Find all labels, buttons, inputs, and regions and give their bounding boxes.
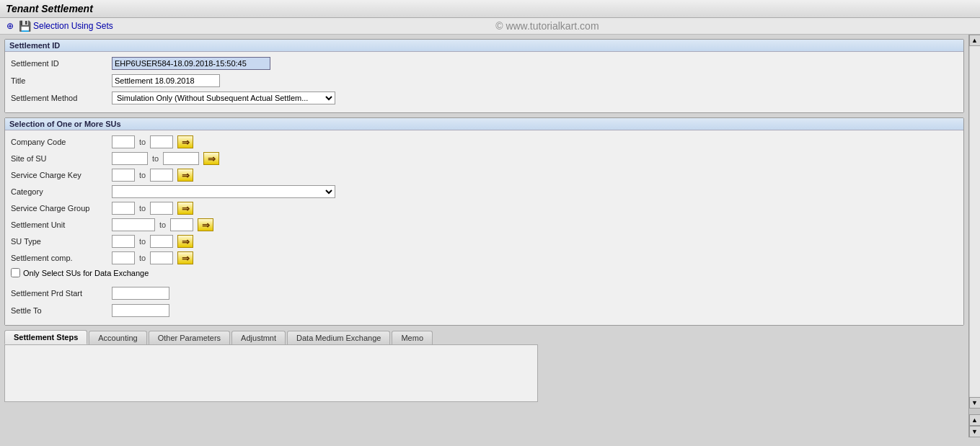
tab-settlement-steps-label: Settlement Steps (14, 333, 78, 342)
settlement-id-section: Settlement ID Settlement ID Title Settle… (4, 39, 964, 113)
watermark-text: © www.tutorialkart.com (119, 20, 976, 32)
su-type-from[interactable] (112, 235, 135, 248)
company-code-row: Company Code to ⇒ (11, 135, 958, 149)
service-charge-group-row: Service Charge Group to ⇒ (11, 201, 958, 215)
tab-other-parameters[interactable]: Other Parameters (149, 331, 230, 344)
su-type-row: SU Type to ⇒ (11, 234, 958, 249)
title-bar: Tenant Settlement (0, 0, 980, 18)
su-type-arrow-btn[interactable]: ⇒ (177, 235, 193, 248)
data-exchange-label: Only Select SUs for Data Exchange (23, 269, 149, 277)
settlement-method-label: Settlement Method (11, 94, 112, 102)
main-layout: Settlement ID Settlement ID Title Settle… (0, 35, 980, 437)
category-select[interactable] (112, 185, 335, 198)
settlement-comp-to-label: to (139, 254, 146, 262)
company-code-to-input[interactable] (150, 135, 173, 148)
service-charge-key-row: Service Charge Key to ⇒ (11, 168, 958, 182)
service-charge-key-label: Service Charge Key (11, 171, 112, 179)
company-code-arrow-btn[interactable]: ⇒ (177, 135, 193, 148)
service-charge-group-arrow-btn[interactable]: ⇒ (177, 202, 193, 215)
app-title: Tenant Settlement (6, 3, 93, 14)
settlement-method-select[interactable]: Simulation Only (Without Subsequent Actu… (112, 92, 335, 104)
service-charge-key-from[interactable] (112, 169, 135, 182)
su-type-to-input[interactable] (150, 235, 173, 248)
settlement-comp-label: Settlement comp. (11, 254, 112, 262)
service-charge-key-to-input[interactable] (150, 169, 173, 182)
scroll-down-btn[interactable]: ▼ (969, 397, 981, 409)
selection-using-sets-btn[interactable]: ⊕ 💾 Selection Using Sets (4, 20, 113, 32)
settle-to-label: Settle To (11, 306, 112, 315)
site-su-to-label: to (152, 154, 159, 163)
settlement-id-label: Settlement ID (11, 59, 112, 68)
data-exchange-checkbox-row: Only Select SUs for Data Exchange (11, 268, 958, 277)
tab-memo[interactable]: Memo (392, 331, 433, 344)
tab-other-parameters-label: Other Parameters (158, 334, 221, 342)
settlement-id-header: Settlement ID (5, 40, 963, 52)
settlement-unit-arrow-btn[interactable]: ⇒ (198, 218, 213, 231)
tab-data-medium-exchange[interactable]: Data Medium Exchange (287, 331, 390, 344)
tabs-header: Settlement Steps Accounting Other Parame… (4, 330, 964, 344)
su-type-to-label: to (139, 237, 146, 246)
title-label: Title (11, 76, 112, 85)
site-su-row: Site of SU to ⇒ (11, 151, 958, 166)
settle-to-input[interactable] (112, 304, 169, 317)
category-label: Category (11, 187, 112, 196)
settlement-unit-row: Settlement Unit to ⇒ (11, 218, 958, 232)
site-su-to-input[interactable] (163, 152, 199, 165)
toolbar: ⊕ 💾 Selection Using Sets © www.tutorialk… (0, 18, 980, 35)
settlement-id-row: Settlement ID (11, 56, 958, 71)
selection-sus-header: Selection of One or More SUs (5, 118, 963, 130)
service-charge-group-label: Service Charge Group (11, 204, 112, 213)
tabs-container: Settlement Steps Accounting Other Parame… (4, 330, 964, 402)
settlement-id-body: Settlement ID Title Settlement Method Si… (5, 52, 963, 112)
tabs-body (4, 344, 538, 402)
selection-sus-body: Company Code to ⇒ Site of SU to ⇒ Servic (5, 130, 963, 325)
data-exchange-checkbox[interactable] (11, 268, 20, 277)
settlement-unit-to-input[interactable] (170, 218, 193, 231)
scroll-up-btn[interactable]: ▲ (969, 35, 981, 46)
tab-accounting[interactable]: Accounting (89, 331, 146, 344)
content-area: Settlement ID Settlement ID Title Settle… (0, 35, 968, 437)
scroll-track (970, 46, 980, 397)
settlement-comp-row: Settlement comp. to ⇒ (11, 251, 958, 265)
service-charge-key-arrow-btn[interactable]: ⇒ (177, 169, 193, 182)
settlement-prd-start-label: Settlement Prd Start (11, 289, 112, 298)
service-charge-group-from[interactable] (112, 202, 135, 215)
tab-adjustmnt[interactable]: Adjustmnt (231, 331, 286, 344)
settlement-method-row: Settlement Method Simulation Only (Witho… (11, 91, 958, 105)
service-charge-group-to-input[interactable] (150, 202, 173, 215)
settlement-unit-to-label: to (159, 220, 166, 229)
tab-memo-label: Memo (401, 334, 423, 342)
settlement-id-input[interactable] (112, 57, 270, 70)
site-su-arrow-btn[interactable]: ⇒ (203, 152, 219, 165)
service-charge-group-to-label: to (139, 204, 146, 213)
site-su-from[interactable] (112, 152, 148, 165)
scroll-down2-btn[interactable]: ▼ (969, 426, 981, 437)
su-type-label: SU Type (11, 237, 112, 246)
title-row: Title (11, 73, 958, 88)
settlement-unit-from[interactable] (112, 218, 155, 231)
tab-adjustmnt-label: Adjustmnt (241, 334, 276, 342)
company-code-label: Company Code (11, 138, 112, 146)
save-icon: 💾 (19, 20, 30, 32)
company-code-to-label: to (139, 138, 146, 146)
settlement-comp-to-input[interactable] (150, 251, 173, 264)
scrollbar: ▲ ▼ ▲ ▼ (968, 35, 980, 437)
company-code-from[interactable] (112, 135, 135, 148)
selection-sets-icon: ⊕ (4, 20, 16, 32)
tab-data-medium-exchange-label: Data Medium Exchange (296, 334, 381, 342)
title-input[interactable] (112, 74, 220, 87)
category-row: Category (11, 184, 958, 199)
settlement-unit-label: Settlement Unit (11, 220, 112, 229)
selection-sus-section: Selection of One or More SUs Company Cod… (4, 117, 964, 326)
settlement-comp-from[interactable] (112, 251, 135, 264)
selection-sets-label: Selection Using Sets (33, 21, 113, 31)
tab-settlement-steps[interactable]: Settlement Steps (4, 330, 87, 344)
settle-to-row: Settle To (11, 303, 958, 318)
scroll-up2-btn[interactable]: ▲ (969, 414, 981, 426)
settlement-prd-start-input[interactable] (112, 287, 169, 300)
site-su-label: Site of SU (11, 154, 112, 163)
tab-accounting-label: Accounting (98, 334, 137, 342)
settlement-prd-start-row: Settlement Prd Start (11, 286, 958, 300)
service-charge-key-to-label: to (139, 171, 146, 179)
settlement-comp-arrow-btn[interactable]: ⇒ (177, 251, 193, 264)
